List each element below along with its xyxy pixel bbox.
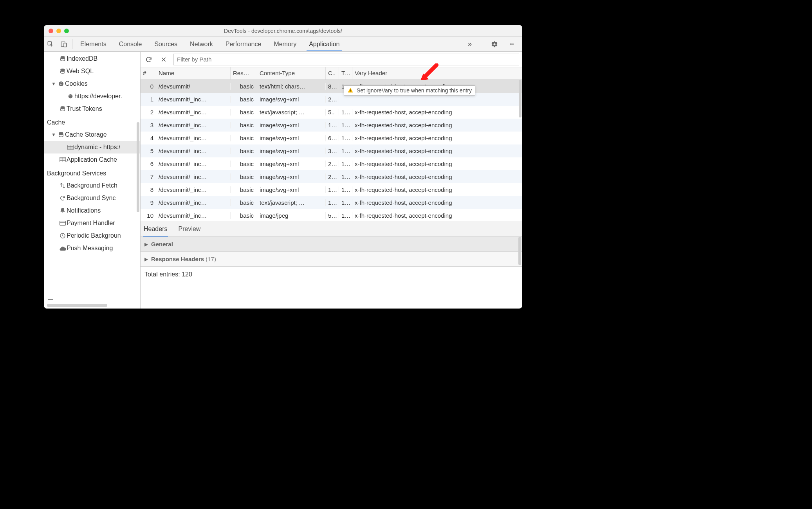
filter-path-input[interactable] xyxy=(173,54,519,65)
resize-handle-icon[interactable] xyxy=(48,299,53,300)
table-row[interactable]: 3/devsummit/_inc…basicimage/svg+xml1…1…x… xyxy=(141,119,522,132)
sidebar-item-cache-storage[interactable]: ▼ Cache Storage xyxy=(44,128,140,141)
table-row[interactable]: 5/devsummit/_inc…basicimage/svg+xml3…1…x… xyxy=(141,144,522,157)
more-options-button[interactable] xyxy=(505,43,518,45)
delete-selected-button[interactable] xyxy=(159,54,169,65)
warning-icon xyxy=(347,87,354,94)
svg-point-7 xyxy=(61,83,62,83)
tab-memory[interactable]: Memory xyxy=(267,37,303,51)
table-cell: x-fh-requested-host, accept-encoding xyxy=(352,122,522,128)
col-content-type[interactable]: Content-Type xyxy=(257,67,326,79)
svg-rect-30 xyxy=(350,92,350,92)
sidebar-item-bg-fetch[interactable]: Background Fetch xyxy=(44,179,140,192)
table-cell: x-fh-requested-host, accept-encoding xyxy=(352,109,522,116)
tab-sources[interactable]: Sources xyxy=(148,37,184,51)
table-cell: x-fh-requested-host, accept-encoding xyxy=(352,212,522,219)
tab-application[interactable]: Application xyxy=(303,37,346,51)
table-icon xyxy=(67,145,74,150)
col-content-length[interactable]: C.. xyxy=(326,67,339,79)
device-toolbar-button[interactable] xyxy=(57,37,70,51)
table-cell: x-fh-requested-host, accept-encoding xyxy=(352,135,522,141)
table-cell: 1… xyxy=(339,186,352,193)
col-name[interactable]: Name xyxy=(156,67,231,79)
table-cell: 1… xyxy=(339,199,352,206)
sidebar-item-websql[interactable]: Web SQL xyxy=(44,65,140,78)
table-cell: basic xyxy=(231,122,257,128)
col-time-cached[interactable]: Ti… xyxy=(339,67,352,79)
table-cell: basic xyxy=(231,161,257,167)
table-cell: /devsummit/_inc… xyxy=(156,96,231,103)
transfer-icon xyxy=(59,182,67,189)
table-row[interactable]: 10/devsummit/_inc…basicimage/jpeg5…1…x-f… xyxy=(141,209,522,221)
table-cell: 2 xyxy=(141,109,156,116)
total-entries: Total entries: 120 xyxy=(141,267,522,282)
table-row[interactable]: 7/devsummit/_inc…basicimage/svg+xml2…1…x… xyxy=(141,170,522,183)
sidebar-item-label: dynamic - https:/ xyxy=(74,144,120,151)
table-cell: 1… xyxy=(326,186,339,193)
sidebar-item-cache-entry[interactable]: dynamic - https:/ xyxy=(44,141,140,153)
table-cell: image/svg+xml xyxy=(257,148,326,154)
details-tab-preview[interactable]: Preview xyxy=(178,221,200,236)
settings-button[interactable] xyxy=(488,41,501,48)
table-cell: 1… xyxy=(339,135,352,141)
sidebar-item-payment-handler[interactable]: Payment Handler xyxy=(44,217,140,229)
sidebar-item-bg-sync[interactable]: Background Sync xyxy=(44,192,140,204)
cache-entry-details: Headers Preview ▶ General ▶ Response Hea… xyxy=(141,221,522,309)
inspect-element-button[interactable] xyxy=(44,37,57,51)
titlebar: DevTools - developer.chrome.com/tags/dev… xyxy=(44,25,522,37)
col-vary-header[interactable]: Vary Header xyxy=(352,67,522,79)
sidebar-item-label: Background Sync xyxy=(67,195,115,202)
table-cell: 6 xyxy=(141,161,156,167)
sidebar-vertical-scrollbar[interactable] xyxy=(137,122,139,212)
table-cell: 1… xyxy=(326,199,339,206)
col-index[interactable]: # xyxy=(141,67,156,79)
svg-rect-20 xyxy=(60,157,66,162)
sidebar-item-trust-tokens[interactable]: Trust Tokens xyxy=(44,103,140,115)
sidebar-item-cookies[interactable]: ▼ Cookies xyxy=(44,78,140,90)
table-icon xyxy=(59,157,67,162)
clock-icon xyxy=(59,233,67,239)
table-cell: 2… xyxy=(326,96,339,103)
table-row[interactable]: 6/devsummit/_inc…basicimage/svg+xml2…1…x… xyxy=(141,157,522,170)
tab-network[interactable]: Network xyxy=(184,37,219,51)
table-cell: 3 xyxy=(141,122,156,128)
sidebar-horizontal-scrollbar[interactable] xyxy=(47,304,107,307)
col-response[interactable]: Res… xyxy=(231,67,257,79)
tab-console[interactable]: Console xyxy=(113,37,148,51)
table-row[interactable]: 2/devsummit/_inc…basictext/javascript; …… xyxy=(141,106,522,119)
sidebar-item-label: Periodic Backgroun xyxy=(67,232,121,239)
tab-elements[interactable]: Elements xyxy=(74,37,113,51)
section-general[interactable]: ▶ General xyxy=(141,237,522,252)
section-response-headers[interactable]: ▶ Response Headers (17) xyxy=(141,252,522,267)
sidebar-item-push-messaging[interactable]: Push Messaging xyxy=(44,242,140,254)
details-tab-headers[interactable]: Headers xyxy=(144,221,167,236)
table-cell: /devsummit/_inc… xyxy=(156,148,231,154)
table-vertical-scrollbar[interactable] xyxy=(519,80,521,117)
sidebar-item-cookie-origin[interactable]: https://developer. xyxy=(44,90,140,103)
table-row[interactable]: 8/devsummit/_inc…basicimage/svg+xml1…1…x… xyxy=(141,183,522,196)
refresh-button[interactable] xyxy=(144,54,154,65)
table-row[interactable]: 9/devsummit/_inc…basictext/javascript; …… xyxy=(141,196,522,209)
table-cell: /devsummit/_inc… xyxy=(156,109,231,116)
table-cell: 0 xyxy=(141,83,156,90)
table-cell: text/javascript; … xyxy=(257,109,326,116)
tab-performance[interactable]: Performance xyxy=(219,37,268,51)
table-cell: 1… xyxy=(339,212,352,219)
details-vertical-scrollbar[interactable] xyxy=(518,237,521,265)
sidebar-item-label: IndexedDB xyxy=(67,55,97,62)
table-row[interactable]: 4/devsummit/_inc…basicimage/svg+xml6…1…x… xyxy=(141,132,522,144)
sidebar-item-app-cache[interactable]: Application Cache xyxy=(44,153,140,166)
chevron-right-icon: ▶ xyxy=(144,242,148,247)
table-cell: image/svg+xml xyxy=(257,173,326,180)
table-cell: 1… xyxy=(326,122,339,128)
sidebar-item-indexeddb[interactable]: IndexedDB xyxy=(44,52,140,65)
sidebar-item-periodic-bg-sync[interactable]: Periodic Backgroun xyxy=(44,229,140,242)
devtools-tabbar: Elements Console Sources Network Perform… xyxy=(44,37,522,52)
table-cell: image/svg+xml xyxy=(257,122,326,128)
cache-toolbar xyxy=(141,52,522,67)
more-tabs-button[interactable]: » xyxy=(463,40,476,48)
sidebar-item-notifications[interactable]: Notifications xyxy=(44,204,140,217)
table-cell: basic xyxy=(231,96,257,103)
svg-rect-16 xyxy=(67,145,74,150)
table-cell: basic xyxy=(231,173,257,180)
